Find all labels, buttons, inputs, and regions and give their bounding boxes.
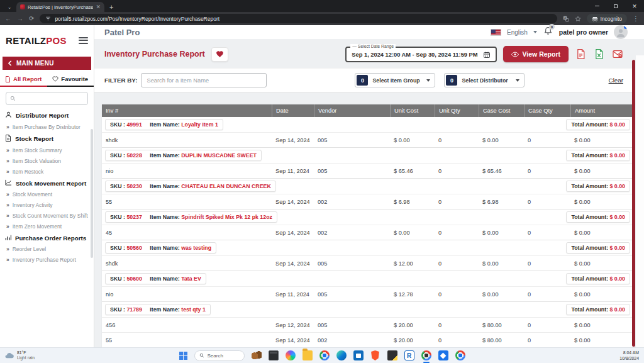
file-explorer-icon[interactable] (303, 350, 313, 360)
taskbar-search[interactable]: Search (194, 350, 245, 361)
table-row[interactable]: nio Sep 11, 2024 005 $ 12.78 0 $ 0.00 0 … (102, 286, 633, 301)
window-close-button[interactable]: ✕ (625, 0, 644, 12)
hamburger-menu-icon[interactable] (79, 37, 88, 44)
forward-icon[interactable]: → (17, 16, 23, 22)
table-row[interactable]: shdk Sep 14, 2024 005 $ 0.00 0 $ 0.00 0 … (102, 132, 633, 147)
sidebar-item[interactable]: » Item Stock Summary (0, 145, 94, 155)
sku-group-row: SKU : 50230 Item Name: CHATEAU ELAN DUNC… (102, 178, 633, 194)
table-row[interactable]: 55 Sep 14, 2024 002 $ 20.00 0 $ 80.00 0 … (102, 332, 633, 347)
site-info-icon[interactable] (45, 16, 51, 21)
back-icon[interactable]: ← (5, 16, 11, 22)
page-gutter (636, 55, 644, 347)
table-row[interactable]: nio Sep 11, 2024 005 $ 65.46 0 $ 65.46 0… (102, 163, 633, 178)
cell-case-qty: 0 (524, 164, 570, 178)
sidebar-item[interactable]: » Item Restock (0, 166, 94, 177)
table-row[interactable]: shdk Sep 14, 2024 005 $ 12.00 0 $ 0.00 0… (102, 255, 633, 271)
tab-close-icon[interactable]: ✕ (96, 4, 101, 10)
new-tab-button[interactable]: + (109, 3, 113, 11)
edge-icon[interactable] (336, 350, 347, 360)
item-group-select[interactable]: 0 Select Item Group (355, 73, 435, 87)
email-report-icon[interactable] (611, 48, 623, 60)
calendar-icon[interactable] (483, 51, 491, 59)
sidebar-item-label: Inventory Purchase Report (13, 257, 76, 263)
date-range-field[interactable]: Select Date Range Sep 1, 2024 12:00 AM -… (345, 47, 496, 62)
tab-search-chevron-icon[interactable]: ⌄ (4, 3, 15, 11)
language-caret-icon[interactable] (533, 31, 537, 33)
tab-all-report[interactable]: All Report (0, 72, 47, 87)
notifications-button[interactable]: 0 (544, 26, 552, 38)
sku-label: SKU : (110, 276, 125, 282)
export-excel-icon[interactable] (593, 48, 605, 60)
user-name[interactable]: patel pro owner (559, 28, 608, 36)
address-bar[interactable]: portal5.retailzpos.com/Pos/InventoryRepo… (40, 14, 557, 23)
window-maximize-button[interactable] (606, 0, 625, 12)
cell-vendor: 002 (314, 194, 390, 209)
sidebar-item[interactable]: » Stock Count Movement By Shift (0, 210, 94, 221)
photos-icon[interactable] (438, 350, 448, 360)
cell-vendor: 005 (314, 164, 390, 178)
double-arrow-icon: » (6, 213, 9, 219)
window-minimize-button[interactable] (587, 0, 606, 12)
chrome-icon[interactable] (319, 350, 330, 360)
language-selector[interactable]: English (507, 29, 528, 36)
browser-menu-icon[interactable]: ⋮ (633, 16, 639, 22)
page-scrollbar[interactable] (632, 60, 635, 347)
table-row[interactable]: 456 Sep 12, 2024 005 $ 20.00 0 $ 80.00 0… (102, 317, 633, 332)
retailzpos-app-icon[interactable]: R (404, 350, 414, 360)
sidebar-item[interactable]: » Stock Movement (0, 189, 94, 199)
cell-inv: 456 (102, 318, 272, 332)
sidebar-scrollbar[interactable] (91, 129, 93, 258)
sidebar-item-label: Stock Count Movement By Shift (13, 213, 88, 219)
app-icon-paws[interactable] (252, 350, 262, 360)
cell-unit-cost: $ 20.00 (390, 318, 435, 332)
browser-toolbar: ← → ⟳ portal5.retailzpos.com/Pos/Invento… (0, 12, 644, 25)
windows-start-button[interactable] (179, 352, 187, 360)
sidebar-item-label: Inventory Activity (13, 202, 53, 208)
sidebar-item[interactable]: » Item Stock Valuation (0, 155, 94, 166)
taskbar-clock[interactable]: 8:04 AM 10/8/2024 (619, 348, 639, 363)
sidebar-section-title[interactable]: Distributor Report (0, 109, 94, 121)
item-name-search-input[interactable] (141, 73, 267, 87)
chrome-active-icon[interactable] (421, 350, 431, 360)
refresh-icon[interactable]: ⟳ (29, 16, 34, 22)
table-row[interactable]: 45 Sep 14, 2024 002 $ 0.00 0 $ 0.00 0 $ … (102, 225, 633, 240)
bookmark-star-icon[interactable] (575, 16, 581, 22)
app-icon-dark-yellow[interactable] (387, 350, 397, 360)
sidebar-section-title[interactable]: Purchase Order Reports (0, 232, 94, 243)
view-report-button[interactable]: View Report (503, 46, 569, 62)
sidebar-section-title[interactable]: Stock Movement Report (0, 177, 94, 189)
copilot-icon[interactable] (286, 350, 296, 360)
cell-vendor: 005 (314, 287, 390, 301)
sidebar-item[interactable]: » Item Zero Movement (0, 221, 94, 232)
sidebar-item[interactable]: » Reorder Level (0, 243, 94, 254)
microsoft-store-icon[interactable] (353, 350, 364, 360)
col-case-qty: Case Qty (524, 104, 570, 117)
sidebar-item[interactable]: » Inventory Purchase Report (0, 254, 94, 265)
tab-favourite[interactable]: Favourite (47, 72, 94, 87)
cell-unit-cost: $ 20.00 (390, 333, 435, 347)
sidebar-section-label: Stock Movement Report (16, 180, 86, 187)
total-amount-label: Total Amount: (571, 152, 608, 159)
brave-icon[interactable] (370, 350, 380, 360)
cell-amount: $ 0.00 (570, 133, 633, 147)
favourite-heart-button[interactable] (211, 47, 228, 62)
sidebar-item[interactable]: » Item Purchase By Distributor (0, 121, 94, 132)
table-row[interactable]: 55 Sep 14, 2024 002 $ 6.98 0 $ 6.98 0 $ … (102, 194, 633, 209)
export-pdf-icon[interactable] (575, 48, 587, 60)
clear-filters-link[interactable]: Clear (609, 77, 623, 84)
cell-amount: $ 0.00 (570, 194, 633, 209)
sidebar-item[interactable]: » Inventory Activity (0, 199, 94, 210)
distributor-select[interactable]: 0 Select Distributor (444, 73, 525, 87)
main-menu-banner[interactable]: MAIN MENU (3, 57, 91, 70)
avatar[interactable] (614, 25, 628, 39)
sidebar-section-title[interactable]: Stock Report (0, 132, 94, 145)
sidebar-search-input[interactable] (6, 92, 88, 105)
item-name-value: was testing (181, 245, 211, 251)
chrome-profile-icon[interactable] (455, 350, 465, 360)
terminal-icon[interactable] (269, 350, 279, 360)
browser-tab[interactable]: RetailzPos | InventoryPurchaseReport ✕ (16, 2, 104, 12)
translate-icon[interactable]: A (563, 16, 569, 22)
item-name-value: test qty 1 (181, 306, 206, 313)
cell-unit-qty: 0 (435, 318, 479, 332)
weather-widget[interactable]: 81°F Light rain (4, 350, 98, 360)
